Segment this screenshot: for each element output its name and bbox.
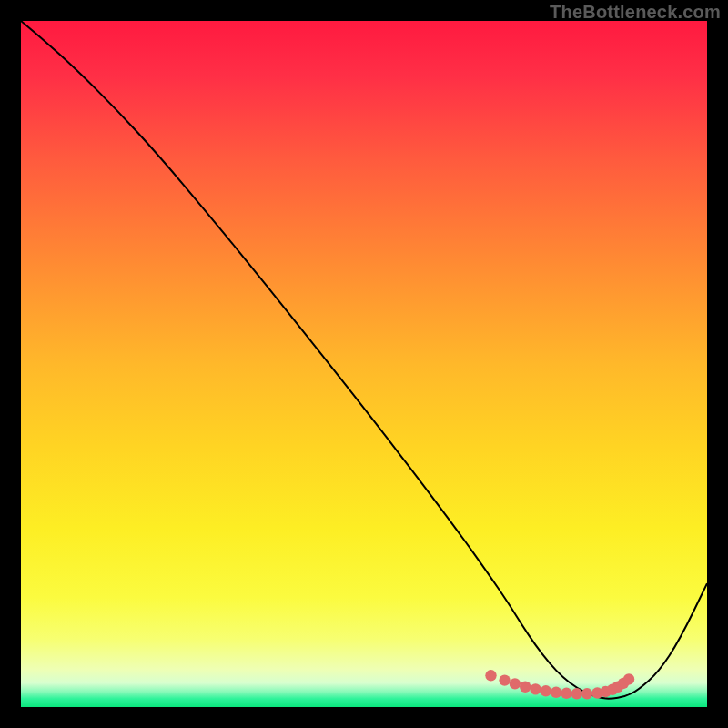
optimal-marker bbox=[561, 688, 571, 699]
bottleneck-chart bbox=[21, 21, 707, 707]
optimal-marker bbox=[499, 674, 510, 685]
gradient-background bbox=[21, 21, 707, 707]
optimal-marker bbox=[551, 687, 561, 698]
optimal-marker bbox=[623, 673, 634, 684]
optimal-marker bbox=[510, 678, 521, 689]
watermark-text: TheBottleneck.com bbox=[550, 2, 721, 23]
optimal-marker bbox=[520, 682, 531, 693]
optimal-marker bbox=[581, 688, 592, 699]
chart-frame: TheBottleneck.com bbox=[0, 0, 728, 728]
plot-area bbox=[21, 21, 707, 707]
optimal-marker bbox=[485, 670, 496, 681]
optimal-marker bbox=[541, 685, 551, 696]
optimal-marker bbox=[530, 683, 541, 694]
optimal-marker bbox=[571, 688, 582, 699]
